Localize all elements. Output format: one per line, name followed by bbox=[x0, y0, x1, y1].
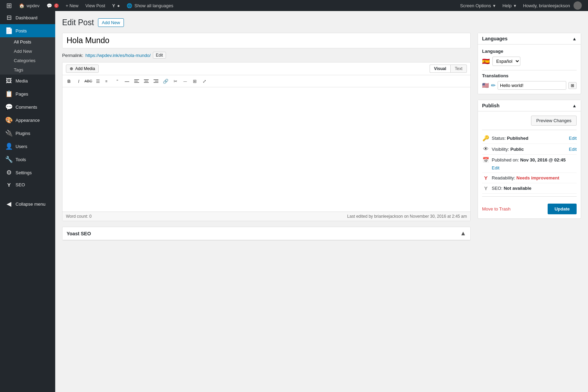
numbered-list-button[interactable]: ≡ bbox=[103, 77, 112, 86]
fullscreen-button[interactable]: ⤢ bbox=[200, 77, 209, 86]
users-icon: 👤 bbox=[5, 143, 13, 150]
languages-panel-header[interactable]: Languages ▲ bbox=[478, 33, 581, 45]
read-more-button[interactable]: — bbox=[180, 77, 189, 86]
submenu-item-all-posts[interactable]: All Posts bbox=[0, 37, 55, 47]
bullet-list-button[interactable]: ☰ bbox=[94, 77, 102, 86]
view-post-button[interactable]: View Post bbox=[82, 0, 109, 11]
admin-menu: ⊟ Dashboard 📄 Posts All Posts Add New Ca… bbox=[0, 11, 55, 210]
readability-icon: Y bbox=[482, 175, 490, 181]
translation-action-button[interactable]: ⊞ bbox=[568, 82, 577, 89]
publish-panel-header[interactable]: Publish ▲ bbox=[478, 100, 581, 111]
visibility-edit-link[interactable]: Edit bbox=[569, 147, 577, 152]
user-account-button[interactable]: Howdy, brianleejackson bbox=[520, 0, 585, 11]
yoast-metabox-title: Yoast SEO bbox=[67, 231, 91, 236]
published-on-row: 📅 Published on: Nov 30, 2016 @ 02:45 Edi… bbox=[482, 155, 577, 173]
submenu-item-add-new[interactable]: Add New bbox=[0, 47, 55, 56]
comments-icon: 💬 bbox=[5, 103, 13, 111]
wp-logo-button[interactable]: ⊞ bbox=[3, 0, 16, 11]
align-right-button[interactable] bbox=[151, 77, 160, 86]
dashboard-icon: ⊟ bbox=[5, 14, 13, 21]
translations-label: Translations bbox=[482, 73, 577, 78]
yoast-metabox-header[interactable]: Yoast SEO ▲ bbox=[62, 227, 470, 240]
last-edited-label: Last edited by brianleejackson on Novemb… bbox=[347, 214, 467, 219]
sidebar-item-plugins[interactable]: 🔌 Plugins bbox=[0, 127, 55, 140]
yoast-dot: ● bbox=[117, 3, 120, 8]
sidebar-item-label: Collapse menu bbox=[16, 202, 46, 207]
sidebar-item-label: Pages bbox=[16, 91, 28, 97]
seo-value: Not available bbox=[504, 186, 531, 191]
sidebar-item-seo[interactable]: Y SEO bbox=[0, 179, 55, 190]
settings-icon: ⚙ bbox=[5, 169, 13, 176]
align-center-button[interactable] bbox=[142, 77, 151, 86]
status-edit-link[interactable]: Edit bbox=[569, 136, 577, 141]
add-media-button[interactable]: ⊕ Add Media bbox=[66, 65, 99, 73]
translations-section: Translations 🇺🇸 ✏ ⊞ bbox=[482, 73, 577, 90]
sidebar-item-appearance[interactable]: 🎨 Appearance bbox=[0, 114, 55, 127]
align-left-button[interactable] bbox=[132, 77, 141, 86]
sidebar-item-posts[interactable]: 📄 Posts bbox=[0, 24, 55, 37]
sidebar-item-tools[interactable]: 🔧 Tools bbox=[0, 153, 55, 166]
sidebar-item-dashboard[interactable]: ⊟ Dashboard bbox=[0, 11, 55, 24]
submenu-item-categories[interactable]: Categories bbox=[0, 56, 55, 65]
seo-label: SEO: Not available bbox=[492, 186, 577, 191]
help-label: Help bbox=[502, 3, 512, 8]
sidebar-item-label: Media bbox=[16, 78, 28, 84]
sidebar-item-label: Settings bbox=[16, 170, 32, 175]
status-label: Status: Published bbox=[492, 136, 567, 141]
comments-button[interactable]: 💬 0 bbox=[43, 0, 62, 11]
submenu-item-tags[interactable]: Tags bbox=[0, 65, 55, 75]
comment-icon: 💬 bbox=[47, 3, 52, 8]
strikethrough-button[interactable]: ABC bbox=[84, 77, 93, 86]
help-button[interactable]: Help ▾ bbox=[499, 0, 520, 11]
add-new-button[interactable]: Add New bbox=[98, 18, 124, 27]
preview-changes-button[interactable]: Preview Changes bbox=[531, 116, 577, 126]
publish-panel: Publish ▲ Preview Changes 🔑 Status: Publ… bbox=[478, 100, 581, 219]
language-select[interactable]: Español English bbox=[492, 57, 520, 66]
site-name-button[interactable]: 🏠 wpdev bbox=[16, 0, 43, 11]
italic-button[interactable]: I bbox=[74, 77, 83, 86]
help-chevron-icon: ▾ bbox=[514, 3, 516, 8]
posts-icon: 📄 bbox=[5, 27, 13, 35]
sidebar-item-label: Plugins bbox=[16, 131, 30, 136]
languages-panel-body: Language 🇪🇸 Español English Translations bbox=[478, 45, 581, 94]
show-languages-button[interactable]: 🌐 Show all languages bbox=[123, 0, 177, 11]
sidebar-item-users[interactable]: 👤 Users bbox=[0, 140, 55, 153]
publish-panel-title: Publish bbox=[482, 103, 500, 108]
edit-permalink-button[interactable]: Edit bbox=[153, 52, 166, 59]
toolbar-toggle-button[interactable]: ⊞ bbox=[190, 77, 199, 86]
link-button[interactable]: 🔗 bbox=[161, 77, 170, 86]
unlink-button[interactable]: ✂ bbox=[171, 77, 180, 86]
language-row: 🇪🇸 Español English bbox=[482, 57, 577, 66]
bold-button[interactable]: B bbox=[65, 77, 74, 86]
permalink-url[interactable]: https://wpdev.ink/es/hola-mundo/ bbox=[85, 53, 150, 58]
sidebar-item-settings[interactable]: ⚙ Settings bbox=[0, 166, 55, 179]
translation-input[interactable] bbox=[498, 81, 566, 90]
seo-row-icon: Y bbox=[482, 185, 490, 191]
screen-options-button[interactable]: Screen Options ▾ bbox=[457, 0, 499, 11]
add-media-icon: ⊕ bbox=[70, 66, 73, 71]
divider bbox=[482, 196, 577, 197]
move-to-trash-link[interactable]: Move to Trash bbox=[482, 206, 510, 212]
update-button[interactable]: Update bbox=[548, 204, 577, 214]
blockquote-button[interactable]: " bbox=[113, 77, 122, 86]
sidebar-item-pages[interactable]: 📋 Pages bbox=[0, 87, 55, 100]
screen-options-label: Screen Options bbox=[460, 3, 491, 8]
visibility-label: Visibility: Public bbox=[492, 147, 567, 152]
home-icon: 🏠 bbox=[19, 3, 24, 8]
yoast-icon: Y bbox=[112, 3, 115, 8]
sidebar-item-comments[interactable]: 💬 Comments bbox=[0, 100, 55, 114]
text-tab[interactable]: Text bbox=[450, 65, 467, 73]
plugins-icon: 🔌 bbox=[5, 129, 13, 137]
hr-button[interactable]: — bbox=[122, 77, 131, 86]
yoast-button[interactable]: Y ● bbox=[109, 0, 124, 11]
post-title-input[interactable] bbox=[62, 33, 471, 48]
visual-tab[interactable]: Visual bbox=[430, 65, 450, 73]
new-button[interactable]: + New bbox=[62, 0, 82, 11]
languages-panel: Languages ▲ Language 🇪🇸 Español English bbox=[478, 33, 581, 94]
sidebar-item-media[interactable]: 🖼 Media bbox=[0, 75, 55, 87]
published-on-edit-link[interactable]: Edit bbox=[492, 165, 499, 170]
sidebar-item-label: Dashboard bbox=[16, 15, 38, 20]
translation-edit-icon[interactable]: ✏ bbox=[491, 82, 496, 89]
sidebar-item-collapse[interactable]: ◀ Collapse menu bbox=[0, 197, 55, 210]
editor-content-area[interactable] bbox=[62, 87, 470, 212]
